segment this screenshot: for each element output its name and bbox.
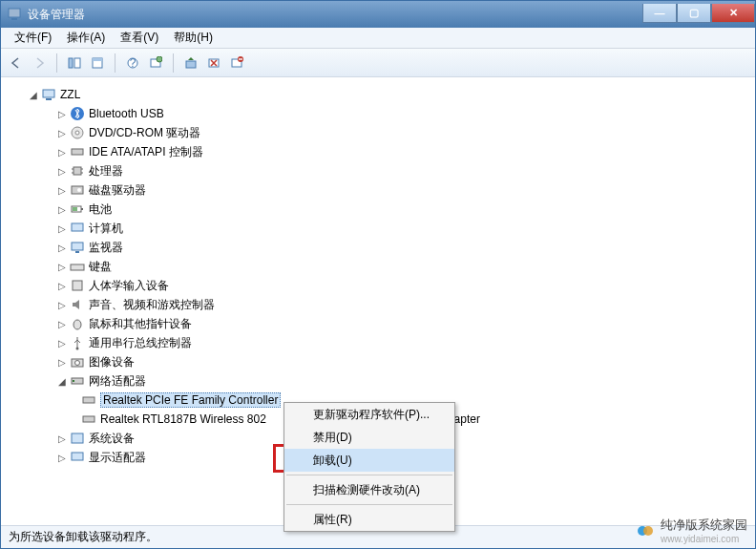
expand-icon[interactable]: ▷ — [56, 261, 68, 272]
svg-rect-1 — [11, 18, 17, 20]
ctx-update-driver[interactable]: 更新驱动程序软件(P)... — [284, 403, 454, 426]
svg-rect-10 — [186, 61, 196, 68]
menu-help[interactable]: 帮助(H) — [166, 28, 220, 48]
scan-hardware-button[interactable] — [146, 53, 165, 73]
expand-icon[interactable]: ▷ — [56, 356, 68, 368]
device-manager-window: 设备管理器 — ▢ ✕ 文件(F) 操作(A) 查看(V) 帮助(H) ? ◢Z… — [0, 0, 756, 549]
svg-rect-14 — [239, 58, 242, 59]
titlebar[interactable]: 设备管理器 — ▢ ✕ — [1, 1, 755, 28]
tree-item-cpu[interactable]: ▷处理器 — [14, 161, 753, 180]
svg-rect-5 — [93, 58, 102, 61]
keyboard-icon — [70, 259, 85, 274]
svg-rect-2 — [69, 58, 73, 68]
tree-item-hid[interactable]: ▷人体学输入设备 — [14, 276, 753, 295]
computer-icon — [41, 87, 56, 102]
svg-rect-42 — [83, 397, 94, 403]
ide-icon — [70, 144, 85, 159]
svg-rect-44 — [72, 433, 83, 443]
node-label: 系统设备 — [89, 431, 135, 447]
svg-point-27 — [77, 188, 81, 192]
expand-icon[interactable]: ▷ — [56, 203, 68, 215]
tree-item-usb[interactable]: ▷通用串行总线控制器 — [14, 333, 753, 352]
expand-icon[interactable]: ◢ — [56, 375, 68, 387]
menu-file[interactable]: 文件(F) — [7, 28, 59, 48]
expand-icon[interactable]: ▷ — [56, 318, 68, 329]
tree-item-mouse[interactable]: ▷鼠标和其他指针设备 — [14, 314, 753, 333]
svg-rect-34 — [71, 264, 84, 270]
expand-icon[interactable]: ▷ — [56, 108, 68, 119]
ctx-separator — [286, 475, 452, 475]
display-icon — [70, 450, 85, 465]
show-hide-tree-button[interactable] — [65, 53, 84, 73]
tree-item-sound[interactable]: ▷声音、视频和游戏控制器 — [14, 295, 753, 314]
expand-icon[interactable]: ▷ — [56, 433, 68, 444]
expand-icon[interactable]: ▷ — [56, 242, 68, 253]
back-button[interactable] — [7, 53, 26, 73]
tree-item-dvd[interactable]: ▷DVD/CD-ROM 驱动器 — [14, 123, 753, 142]
sound-icon — [70, 297, 85, 312]
expand-icon[interactable]: ▷ — [56, 299, 68, 310]
node-label: 处理器 — [89, 163, 123, 179]
expand-icon[interactable]: ▷ — [56, 222, 68, 234]
svg-rect-21 — [74, 167, 81, 175]
maximize-button[interactable]: ▢ — [677, 4, 711, 23]
menu-action[interactable]: 操作(A) — [59, 28, 113, 48]
node-label: 图像设备 — [89, 354, 135, 370]
minimize-button[interactable]: — — [642, 4, 677, 23]
help-button[interactable]: ? — [123, 53, 142, 73]
tree-item-disk[interactable]: ▷磁盘驱动器 — [14, 180, 753, 200]
expand-icon[interactable]: ▷ — [56, 280, 68, 291]
update-driver-button[interactable] — [181, 53, 200, 73]
forward-button[interactable] — [30, 53, 49, 73]
disk-icon — [70, 182, 85, 198]
context-menu: 更新驱动程序软件(P)... 禁用(D) 卸载(U) 扫描检测硬件改动(A) 属… — [284, 402, 455, 532]
tree-item-computer[interactable]: ▷计算机 — [14, 219, 753, 238]
expand-icon[interactable]: ▷ — [56, 452, 68, 463]
node-label: 磁盘驱动器 — [89, 182, 146, 199]
uninstall-button[interactable] — [204, 53, 223, 73]
properties-button[interactable] — [88, 53, 107, 73]
watermark: 纯净版系统家园 www.yidaimei.com — [636, 517, 747, 544]
ctx-scan-hardware[interactable]: 扫描检测硬件改动(A) — [284, 478, 454, 501]
window-title: 设备管理器 — [28, 7, 85, 23]
svg-rect-3 — [74, 58, 80, 68]
node-label: 网络适配器 — [89, 373, 146, 390]
svg-rect-43 — [83, 416, 94, 422]
svg-rect-31 — [72, 223, 83, 231]
tree-item-imaging[interactable]: ▷图像设备 — [14, 352, 753, 371]
svg-point-36 — [74, 320, 81, 329]
ctx-uninstall[interactable]: 卸载(U) — [284, 449, 454, 472]
tree-item-keyboard[interactable]: ▷键盘 — [14, 257, 753, 276]
node-label: Realtek RTL8187B Wireless 802 — [100, 412, 266, 426]
node-label: 人体学输入设备 — [89, 278, 169, 294]
close-button[interactable]: ✕ — [711, 4, 755, 23]
ctx-disable[interactable]: 禁用(D) — [284, 426, 454, 449]
tree-item-battery[interactable]: ▷电池 — [14, 200, 753, 219]
disable-button[interactable] — [227, 53, 246, 73]
status-text: 为所选设备卸载该驱动程序。 — [9, 529, 158, 545]
root-node[interactable]: ◢ZZL — [14, 85, 753, 104]
ctx-separator — [286, 504, 452, 505]
expand-icon[interactable]: ▷ — [56, 165, 68, 177]
expand-icon[interactable]: ▷ — [56, 184, 68, 196]
expand-icon[interactable]: ▷ — [56, 127, 68, 138]
node-label: 声音、视频和游戏控制器 — [89, 297, 215, 313]
svg-rect-30 — [73, 207, 77, 211]
tree-item-monitor[interactable]: ▷监视器 — [14, 238, 753, 257]
tree-item-network[interactable]: ◢网络适配器 — [14, 371, 753, 391]
expand-icon[interactable]: ▷ — [56, 337, 68, 348]
node-label: 键盘 — [89, 259, 112, 275]
menu-view[interactable]: 查看(V) — [113, 28, 166, 48]
watermark-icon — [636, 521, 655, 540]
expand-icon[interactable]: ▷ — [56, 146, 68, 158]
svg-rect-41 — [73, 380, 74, 382]
computer-icon — [70, 221, 85, 236]
svg-point-9 — [157, 56, 162, 62]
menubar: 文件(F) 操作(A) 查看(V) 帮助(H) — [1, 28, 755, 49]
ctx-properties[interactable]: 属性(R) — [284, 508, 454, 531]
node-label: 显示适配器 — [89, 450, 146, 466]
nic-icon — [81, 392, 96, 408]
tree-item-ide[interactable]: ▷IDE ATA/ATAPI 控制器 — [14, 142, 753, 161]
tree-item-bluetooth[interactable]: ▷Bluetooth USB — [14, 104, 753, 123]
node-label: ZZL — [60, 88, 80, 101]
